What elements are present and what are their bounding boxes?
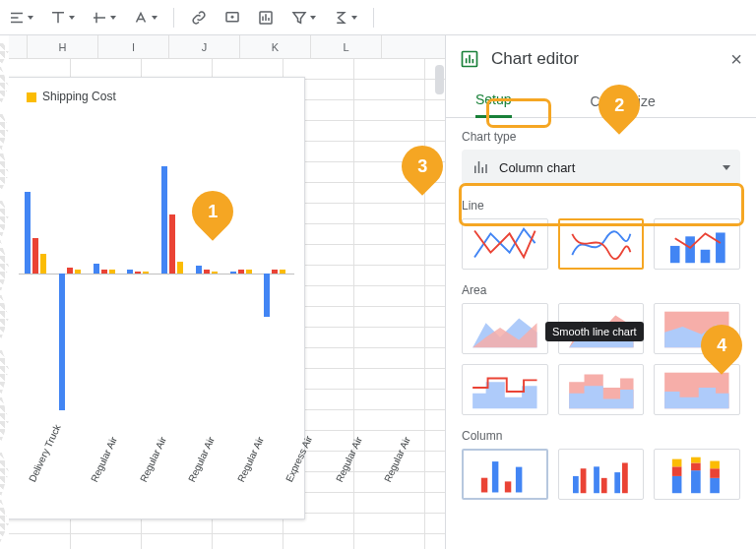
chart-thumb-stacked-step-area[interactable] (558, 364, 645, 415)
chart-plot (1, 117, 304, 430)
column-headers: H I J K L (0, 35, 445, 59)
link-button[interactable] (190, 9, 208, 27)
svg-rect-28 (672, 476, 682, 493)
svg-rect-33 (691, 458, 701, 463)
section-area: Area (462, 283, 740, 297)
section-column: Column (462, 429, 740, 443)
svg-rect-18 (481, 478, 487, 493)
horizontal-align-button[interactable] (8, 9, 33, 27)
chart-type-value: Column chart (499, 160, 575, 175)
chart-legend: Shipping Cost (27, 90, 116, 103)
tooltip: Smooth line chart (545, 322, 644, 341)
embedded-chart[interactable]: Shipping Cost Delivery TruckRegular AirR… (0, 77, 305, 519)
svg-rect-5 (701, 250, 711, 263)
svg-rect-23 (580, 468, 586, 493)
chart-thumb-combo[interactable] (654, 218, 740, 270)
torn-edge (0, 35, 9, 549)
svg-rect-30 (672, 459, 682, 467)
svg-rect-36 (711, 461, 721, 469)
chart-icon (460, 49, 479, 69)
svg-rect-20 (505, 481, 511, 492)
chart-thumb-stacked-column[interactable] (654, 449, 740, 500)
insert-chart-button[interactable] (257, 9, 275, 27)
spreadsheet-area[interactable]: H I J K L (0, 35, 445, 549)
svg-rect-31 (691, 470, 701, 493)
col-header[interactable]: J (169, 35, 240, 58)
col-header[interactable]: I (98, 35, 169, 58)
svg-rect-6 (716, 232, 725, 263)
svg-rect-19 (492, 461, 498, 492)
divider (373, 8, 374, 28)
svg-rect-29 (672, 466, 682, 476)
insert-comment-button[interactable] (223, 9, 241, 27)
svg-rect-21 (516, 467, 522, 493)
svg-rect-34 (711, 478, 721, 493)
chart-thumb-line[interactable] (462, 218, 548, 270)
svg-rect-22 (573, 476, 579, 493)
svg-rect-4 (686, 236, 696, 263)
svg-marker-13 (472, 382, 536, 408)
svg-rect-3 (670, 246, 680, 263)
filter-button[interactable] (290, 9, 316, 27)
text-rotation-button[interactable] (132, 9, 158, 27)
text-wrap-button[interactable] (91, 9, 116, 27)
svg-rect-26 (614, 472, 620, 493)
panel-title: Chart editor (491, 49, 719, 69)
chart-type-label: Chart type (462, 130, 740, 144)
section-line: Line (462, 199, 740, 213)
scrollbar-thumb[interactable] (435, 65, 444, 94)
close-button[interactable]: × (730, 49, 742, 69)
col-header[interactable]: L (311, 35, 382, 58)
tab-setup[interactable]: Setup (475, 92, 512, 118)
svg-rect-24 (594, 466, 599, 493)
functions-button[interactable] (332, 9, 357, 27)
chart-thumb-100-step-area[interactable] (654, 364, 740, 415)
svg-rect-32 (691, 462, 701, 470)
svg-rect-35 (711, 468, 721, 478)
chevron-down-icon (723, 165, 730, 170)
legend-swatch (27, 92, 36, 102)
svg-rect-25 (600, 478, 606, 493)
chart-thumb-step-area[interactable] (462, 364, 548, 415)
chart-type-dropdown[interactable]: Column chart (462, 150, 740, 185)
svg-rect-27 (622, 462, 628, 493)
col-header[interactable]: K (240, 35, 311, 58)
divider (173, 8, 174, 28)
col-header[interactable]: H (28, 35, 98, 58)
column-chart-icon (472, 158, 489, 176)
chart-thumb-smooth-line[interactable] (558, 218, 645, 270)
vertical-align-button[interactable] (49, 9, 75, 27)
chart-thumb-area[interactable] (462, 303, 548, 354)
chart-thumb-grouped-column[interactable] (558, 449, 645, 500)
toolbar (0, 0, 756, 35)
chart-thumb-column[interactable] (462, 449, 548, 500)
